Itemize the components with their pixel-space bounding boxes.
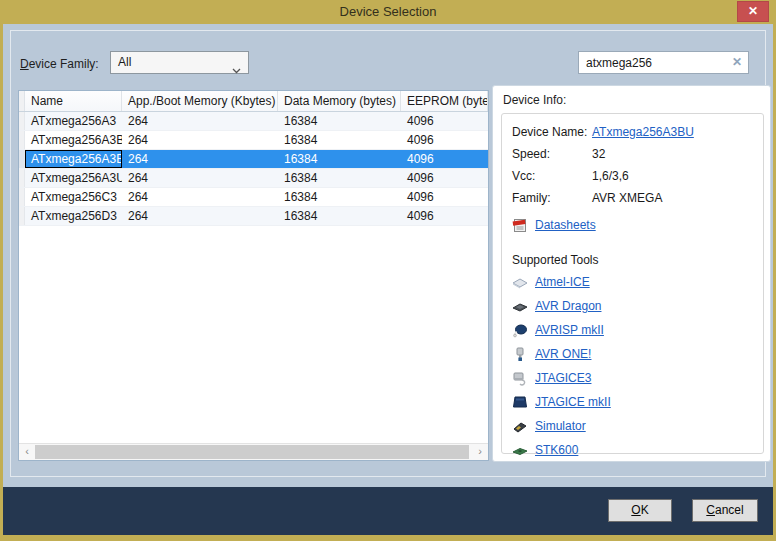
tool-link[interactable]: Atmel-ICE bbox=[535, 275, 590, 289]
cell-datamem: 16384 bbox=[278, 188, 401, 206]
device-info-box: Device Name: ATxmega256A3BU Speed: 32 Vc… bbox=[501, 113, 764, 454]
avr-dragon-icon bbox=[512, 299, 528, 314]
cell-appboot: 264 bbox=[122, 150, 278, 168]
table-row[interactable]: ATxmega256A3U 264 16384 4096 bbox=[19, 169, 488, 188]
cell-eeprom: 4096 bbox=[401, 131, 488, 149]
cell-name: ATxmega256D3 bbox=[25, 207, 122, 225]
cell-appboot: 264 bbox=[122, 131, 278, 149]
cancel-button[interactable]: Cancel bbox=[692, 499, 758, 522]
clear-search-icon[interactable]: ✕ bbox=[732, 55, 742, 69]
search-input[interactable] bbox=[579, 52, 727, 73]
device-family-value: All bbox=[118, 55, 131, 69]
simulator-icon bbox=[512, 419, 528, 434]
device-name-field: Device Name: ATxmega256A3BU bbox=[512, 121, 753, 143]
dialog-title: Device Selection bbox=[0, 4, 776, 19]
cell-eeprom: 4096 bbox=[401, 188, 488, 206]
cell-name: ATxmega256C3 bbox=[25, 188, 122, 206]
tool-item: AVR Dragon bbox=[512, 294, 753, 318]
scrollbar-thumb[interactable] bbox=[35, 445, 469, 459]
speed-field: Speed: 32 bbox=[512, 143, 753, 165]
device-name-link[interactable]: ATxmega256A3BU bbox=[592, 121, 694, 143]
table-row[interactable]: ATxmega256C3 264 16384 4096 bbox=[19, 188, 488, 207]
close-button[interactable]: ✕ bbox=[737, 1, 769, 22]
chevron-down-icon bbox=[232, 60, 241, 81]
tool-link[interactable]: JTAGICE mkII bbox=[535, 395, 611, 409]
tool-link[interactable]: AVR ONE! bbox=[535, 347, 591, 361]
cell-name: ATxmega256A3U bbox=[25, 169, 122, 187]
device-search-box: ✕ bbox=[578, 51, 749, 74]
cell-datamem: 16384 bbox=[278, 169, 401, 187]
tool-item: JTAGICE3 bbox=[512, 366, 753, 390]
cell-appboot: 264 bbox=[122, 188, 278, 206]
cell-appboot: 264 bbox=[122, 207, 278, 225]
family-field: Family: AVR XMEGA bbox=[512, 187, 753, 209]
table-row-selected[interactable]: ATxmega256A3BU 264 16384 4096 bbox=[19, 150, 488, 169]
datasheets-link[interactable]: Datasheets bbox=[535, 218, 596, 232]
atmel-ice-icon bbox=[512, 275, 528, 290]
scroll-right-icon[interactable]: › bbox=[472, 444, 488, 460]
speed-value: 32 bbox=[592, 143, 605, 165]
cell-datamem: 16384 bbox=[278, 112, 401, 130]
tool-item: AVRISP mkII bbox=[512, 318, 753, 342]
cell-eeprom: 4096 bbox=[401, 112, 488, 130]
pdf-icon bbox=[512, 218, 528, 233]
jtagice-mkii-icon bbox=[512, 395, 528, 410]
cell-name: ATxmega256A3B bbox=[25, 131, 122, 149]
speed-label: Speed: bbox=[512, 143, 592, 165]
jtagice3-icon bbox=[512, 371, 528, 386]
table-row[interactable]: ATxmega256D3 264 16384 4096 bbox=[19, 207, 488, 226]
dialog-content: Device Family: All ✕ Name App./Boot Memo… bbox=[3, 24, 773, 487]
tool-link[interactable]: AVRISP mkII bbox=[535, 323, 604, 337]
ok-button[interactable]: OK bbox=[608, 499, 672, 522]
cell-datamem: 16384 bbox=[278, 207, 401, 225]
tool-link[interactable]: JTAGICE3 bbox=[535, 371, 591, 385]
device-info-panel: Device Info: Device Name: ATxmega256A3BU… bbox=[492, 85, 771, 462]
avrisp-mkii-icon bbox=[512, 323, 528, 338]
dialog-footer: OK Cancel bbox=[3, 487, 773, 535]
tool-item: AVR ONE! bbox=[512, 342, 753, 366]
supported-tools-heading: Supported Tools bbox=[512, 250, 753, 270]
tool-item: Simulator bbox=[512, 414, 753, 438]
datasheets-row: Datasheets bbox=[512, 214, 753, 236]
vcc-value: 1,6/3,6 bbox=[592, 165, 629, 187]
avr-one-icon bbox=[512, 347, 528, 362]
close-icon: ✕ bbox=[748, 4, 758, 18]
tool-link[interactable]: AVR Dragon bbox=[535, 299, 601, 313]
tool-item: STK600 bbox=[512, 438, 753, 462]
device-name-label: Device Name: bbox=[512, 121, 592, 143]
cell-eeprom: 4096 bbox=[401, 207, 488, 225]
scroll-left-icon[interactable]: ‹ bbox=[19, 444, 35, 460]
vcc-field: Vcc: 1,6/3,6 bbox=[512, 165, 753, 187]
vcc-label: Vcc: bbox=[512, 165, 592, 187]
cell-datamem: 16384 bbox=[278, 131, 401, 149]
cell-datamem: 16384 bbox=[278, 150, 401, 168]
device-table: Name App./Boot Memory (Kbytes) Data Memo… bbox=[18, 90, 489, 461]
cell-name: ATxmega256A3 bbox=[25, 112, 122, 130]
cell-eeprom: 4096 bbox=[401, 150, 488, 168]
horizontal-scrollbar[interactable]: ‹ › bbox=[19, 443, 488, 460]
cell-appboot: 264 bbox=[122, 112, 278, 130]
cell-appboot: 264 bbox=[122, 169, 278, 187]
column-header-eeprom[interactable]: EEPROM (bytes) bbox=[401, 91, 488, 111]
table-row[interactable]: ATxmega256A3B 264 16384 4096 bbox=[19, 131, 488, 150]
column-header-datamem[interactable]: Data Memory (bytes) bbox=[278, 91, 401, 111]
device-info-heading: Device Info: bbox=[503, 93, 566, 107]
device-family-label: Device Family: bbox=[20, 57, 99, 71]
title-bar[interactable]: Device Selection ✕ bbox=[0, 0, 776, 24]
cell-name: ATxmega256A3BU bbox=[25, 150, 122, 168]
device-selection-dialog: Device Selection ✕ Device Family: All ✕ … bbox=[0, 0, 776, 541]
table-header-row: Name App./Boot Memory (Kbytes) Data Memo… bbox=[19, 91, 488, 112]
stk600-icon bbox=[512, 443, 528, 458]
column-header-appboot[interactable]: App./Boot Memory (Kbytes) bbox=[122, 91, 278, 111]
tool-link[interactable]: STK600 bbox=[535, 443, 578, 457]
tool-item: JTAGICE mkII bbox=[512, 390, 753, 414]
device-family-dropdown[interactable]: All bbox=[110, 51, 249, 74]
column-header-name[interactable]: Name bbox=[25, 91, 122, 111]
tool-item: Atmel-ICE bbox=[512, 270, 753, 294]
family-label: Family: bbox=[512, 187, 592, 209]
tool-link[interactable]: Simulator bbox=[535, 419, 586, 433]
family-value: AVR XMEGA bbox=[592, 187, 662, 209]
cell-eeprom: 4096 bbox=[401, 169, 488, 187]
table-row[interactable]: ATxmega256A3 264 16384 4096 bbox=[19, 112, 488, 131]
